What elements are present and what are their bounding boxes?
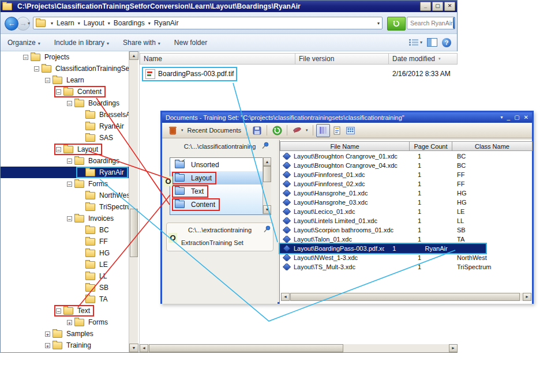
table-row-layout-finnforest-02-xdc[interactable]: Layout\Finnforest_02.xdc1FF <box>280 179 533 189</box>
scroll-right-button[interactable]: ► <box>523 293 531 301</box>
class-item-text[interactable]: Text <box>170 184 271 198</box>
collapse-toggle-icon[interactable]: − <box>45 78 50 83</box>
collapse-toggle-icon[interactable]: − <box>56 147 61 152</box>
scroll-thumb[interactable] <box>263 166 271 182</box>
collapse-toggle-icon[interactable]: − <box>34 66 39 71</box>
breadcrumb-item-learn[interactable]: Learn <box>55 19 76 27</box>
address-dropdown-icon[interactable]: ▾ <box>377 21 380 26</box>
breadcrumb-item-layout[interactable]: Layout <box>83 19 106 27</box>
document-view-button[interactable] <box>330 124 344 137</box>
grid-view-button[interactable] <box>344 124 358 137</box>
tree-item-sb[interactable]: SB <box>1 282 129 293</box>
scroll-up-button[interactable]: ▲ <box>129 51 138 60</box>
tree-item-trispectrum[interactable]: TriSpectrum <box>1 201 129 213</box>
column-header-file-version[interactable]: File version <box>295 53 389 65</box>
table-row-layout-hansgrohe-03-xdc[interactable]: Layout\Hansgrohe_03.xdc1HG <box>280 198 533 207</box>
delete-button[interactable] <box>166 124 179 137</box>
history-dropdown-icon[interactable]: ▾ <box>28 21 30 26</box>
tree-item-ll[interactable]: LL <box>1 270 129 282</box>
collapse-toggle-icon[interactable]: − <box>56 89 61 95</box>
scroll-thumb[interactable] <box>290 293 520 301</box>
tree-item-text[interactable]: −Text <box>1 305 129 316</box>
pushpin-icon[interactable] <box>263 225 271 233</box>
file-item[interactable]: BoardingPass-003.pdf.tif <box>143 68 236 80</box>
tree-item-forms[interactable]: −Forms <box>1 178 129 190</box>
tree-item-classificationtrainingsetforc[interactable]: −ClassificationTrainingSetforC <box>1 63 129 74</box>
close-button[interactable]: ✕ <box>524 114 528 122</box>
tree-item-learn[interactable]: −Learn <box>1 74 129 86</box>
change-view-button[interactable]: ▾ <box>409 39 422 46</box>
tree-item-ta[interactable]: TA <box>1 293 129 305</box>
scroll-thumb[interactable] <box>149 344 343 352</box>
collapse-toggle-icon[interactable]: − <box>67 159 72 164</box>
column-header-name[interactable]: Name <box>140 53 295 65</box>
tree-item-training[interactable]: +Training <box>1 340 129 351</box>
table-horizontal-scrollbar[interactable]: ◄ ► <box>281 293 531 301</box>
collapse-toggle-icon[interactable]: − <box>67 216 72 221</box>
scroll-up-button[interactable]: ▲ <box>263 157 271 166</box>
save-button[interactable] <box>250 124 264 137</box>
stamp-dropdown-icon[interactable]: ▾ <box>306 128 308 133</box>
breadcrumb-item-boardings[interactable]: Boardings <box>113 19 146 27</box>
minimize-button[interactable]: _ <box>507 114 511 122</box>
tree-item-hg[interactable]: HG <box>1 247 129 259</box>
toolbar-item-organize[interactable]: Organize▾ <box>1 36 47 49</box>
tree-vertical-scrollbar[interactable]: ▲ ▼ <box>129 51 138 352</box>
help-button[interactable]: ? <box>442 38 451 47</box>
minimize-button[interactable]: _ <box>420 2 431 11</box>
class-item-layout[interactable]: Layout <box>170 171 271 184</box>
expand-toggle-icon[interactable]: + <box>45 343 50 348</box>
breadcrumb-item-ryanair[interactable]: RyanAir <box>153 19 180 27</box>
table-row-layout-nwest-1-3-xdc[interactable]: Layout\NWest_1-3.xdc1NorthWest <box>280 253 533 262</box>
table-row-layout-ts-mult-3-xdc[interactable]: Layout\TS_Mult-3.xdc1TriSpectrum <box>280 262 533 272</box>
class-item-content[interactable]: Content <box>170 198 271 211</box>
collapse-toggle-icon[interactable]: − <box>56 308 61 314</box>
table-row-layout-talon-01-xdc[interactable]: Layout\Talon_01.xdc1TA <box>280 235 533 244</box>
tree-item-content[interactable]: −Content <box>1 86 129 97</box>
table-row-layout-boardingpass-003-pdf-xdc[interactable]: Layout\BoardingPass-003.pdf.xdc1RyanAir <box>280 244 486 253</box>
tree-item-bc[interactable]: BC <box>1 224 129 236</box>
table-row-layout-broughton-crangrove-01-xdc[interactable]: Layout\Broughton Crangrove_01.xdc1BC <box>280 152 533 161</box>
explorer-titlebar[interactable]: C:\Projects\ClassificationTrainingSetfor… <box>1 1 457 12</box>
search-button[interactable] <box>453 17 455 29</box>
views-dropdown-icon[interactable]: ▾ <box>420 40 422 45</box>
column-header-date-modified[interactable]: Date modified▾ <box>389 53 458 65</box>
expand-toggle-icon[interactable]: + <box>45 331 50 337</box>
extraction-set-group[interactable]: C:\...\extractiontraining ExtractionTrai… <box>166 223 273 251</box>
scroll-left-button[interactable]: ◄ <box>281 293 290 301</box>
scroll-thumb[interactable] <box>130 209 138 257</box>
table-row-layout-lecico-01-xdc[interactable]: Layout\Lecico_01.xdc1LE <box>280 207 533 216</box>
maximize-button[interactable]: ▢ <box>432 2 443 11</box>
tree-item-layout[interactable]: −Layout <box>1 144 129 155</box>
expand-toggle-icon[interactable]: + <box>67 320 72 325</box>
toolbar-item-share-with[interactable]: Share with▾ <box>116 36 167 49</box>
tree-item-sas[interactable]: SAS <box>1 132 129 144</box>
toolbar-item-new-folder[interactable]: New folder <box>167 36 214 49</box>
table-row-layout-hansgrohe-01-xdc[interactable]: Layout\Hansgrohe_01.xdc1HG <box>280 189 533 198</box>
column-view-button[interactable] <box>316 124 330 137</box>
collapse-toggle-icon[interactable]: − <box>67 182 72 187</box>
toolbar-item-include-in-library[interactable]: Include in library▾ <box>47 36 116 49</box>
scroll-right-button[interactable]: ► <box>449 344 458 352</box>
files-horizontal-scrollbar[interactable]: ◄ ► <box>140 344 458 352</box>
tree-item-ff[interactable]: FF <box>1 236 129 247</box>
table-header-class-name[interactable]: Class Name <box>452 141 533 151</box>
maximize-button[interactable]: ▢ <box>514 114 519 122</box>
tree-item-boardings[interactable]: −Boardings <box>1 97 129 109</box>
tree-item-invoices[interactable]: −Invoices <box>1 213 129 224</box>
tree-item-boardings[interactable]: −Boardings <box>1 155 129 167</box>
tree-item-samples[interactable]: +Samples <box>1 328 129 340</box>
delete-dropdown-icon[interactable]: ▾ <box>181 128 183 133</box>
tree-item-projects[interactable]: −Projects <box>1 51 129 63</box>
recent-documents-menu[interactable]: Recent Documents <box>188 127 242 134</box>
tree-item-le[interactable]: LE <box>1 259 129 270</box>
table-row-layout-scorpion-bathrooms-01-xdc[interactable]: Layout\Scorpion bathrooms_01.xdc1SB <box>280 225 533 235</box>
scroll-down-button[interactable]: ▼ <box>129 344 138 352</box>
breadcrumb[interactable]: ▾Learn▾Layout▾Boardings▾RyanAir ▾ <box>33 17 383 29</box>
file-row[interactable]: BoardingPass-003.pdf.tif 2/16/2012 8:33 … <box>140 67 458 80</box>
sync-button[interactable] <box>270 124 284 137</box>
pushpin-icon[interactable] <box>261 142 269 149</box>
collapse-toggle-icon[interactable]: − <box>67 101 72 106</box>
tree-item-brusselsairlines[interactable]: BrusselsAirlines <box>1 109 129 120</box>
table-row-layout-finnforest-01-xdc[interactable]: Layout\Finnforest_01.xdc1FF <box>280 170 533 179</box>
